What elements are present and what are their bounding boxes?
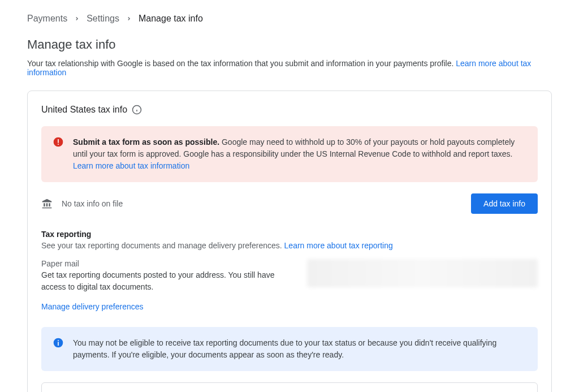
info-filled-icon <box>53 337 64 348</box>
info-icon[interactable] <box>132 105 142 115</box>
error-icon <box>53 136 64 148</box>
page-subtitle-text: Your tax relationship with Google is bas… <box>27 59 456 68</box>
alert-eligibility-info: You may not be eligible to receive tax r… <box>41 327 538 371</box>
breadcrumb-link-settings[interactable]: Settings <box>87 14 119 24</box>
learn-more-tax-reporting-link[interactable]: Learn more about tax reporting <box>284 241 393 250</box>
alert-info-text: You may not be eligible to receive tax r… <box>73 337 526 361</box>
learn-more-tax-info-alert-link[interactable]: Learn more about tax information <box>73 161 189 170</box>
alert-error-strong: Submit a tax form as soon as possible. <box>73 137 219 147</box>
redacted-address <box>307 259 538 287</box>
tax-reporting-desc: See your tax reporting documents and man… <box>41 241 538 250</box>
breadcrumb-current: Manage tax info <box>139 14 203 24</box>
page-subtitle: Your tax relationship with Google is bas… <box>27 59 552 77</box>
alert-error-text: Submit a tax form as soon as possible. G… <box>73 136 526 172</box>
svg-rect-5 <box>58 144 59 145</box>
bank-icon <box>41 198 53 209</box>
table-header: Date issued Document <box>42 383 537 392</box>
chevron-right-icon <box>126 14 132 23</box>
no-tax-info-text: No tax info on file <box>62 199 123 208</box>
svg-rect-8 <box>58 340 59 341</box>
manage-delivery-preferences-link[interactable]: Manage delivery preferences <box>41 302 144 311</box>
breadcrumb-link-payments[interactable]: Payments <box>27 14 67 24</box>
section-title: United States tax info <box>41 105 127 115</box>
delivery-label: Paper mail <box>41 259 284 268</box>
delivery-row: Paper mail Get tax reporting documents p… <box>41 259 538 293</box>
breadcrumb: Payments Settings Manage tax info <box>27 14 552 24</box>
add-tax-info-button[interactable]: Add tax info <box>471 193 538 214</box>
chevron-right-icon <box>74 14 80 23</box>
tax-reporting-desc-text: See your tax reporting documents and man… <box>41 241 284 250</box>
page-title: Manage tax info <box>27 37 552 52</box>
tax-reporting-title: Tax reporting <box>41 230 538 239</box>
tax-file-row: No tax info on file Add tax info <box>41 193 538 214</box>
us-tax-info-card: United States tax info Submit a tax form… <box>27 91 552 392</box>
alert-submit-tax-form: Submit a tax form as soon as possible. G… <box>41 126 538 182</box>
svg-rect-7 <box>58 342 59 346</box>
svg-rect-4 <box>58 139 59 143</box>
tax-documents-table: Date issued Document No tax reporting do… <box>41 382 538 392</box>
delivery-desc: Get tax reporting documents posted to yo… <box>41 269 284 293</box>
